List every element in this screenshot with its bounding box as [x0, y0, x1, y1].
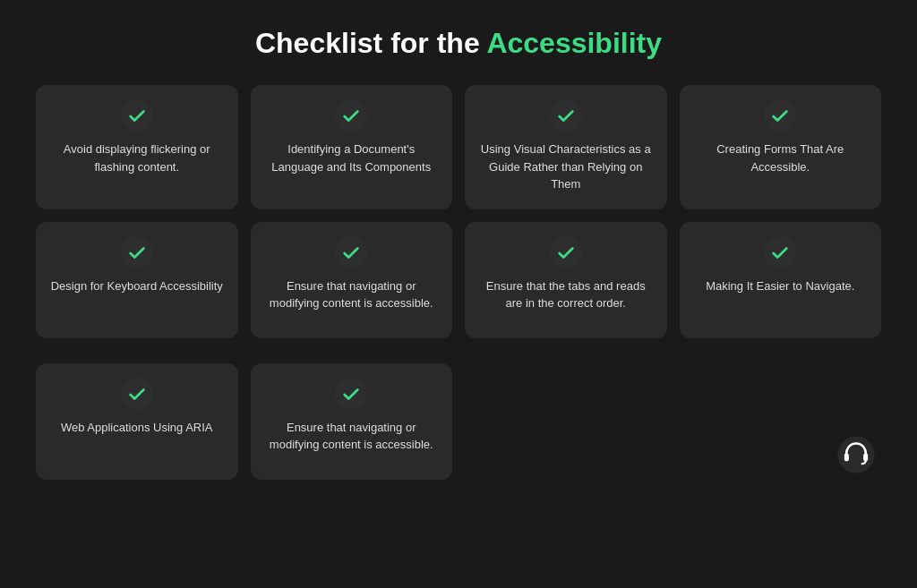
- card-text-navigating-content: Ensure that navigating or modifying cont…: [263, 277, 441, 312]
- card-keyboard-accessibility: Design for Keyboard Accessibility: [36, 222, 238, 338]
- svg-rect-1: [844, 453, 849, 461]
- card-text-visual-characteristics: Using Visual Characteristics as a Guide …: [477, 141, 655, 193]
- check-icon-2: [335, 99, 367, 132]
- check-icon-5: [121, 236, 153, 268]
- bottom-row: Web Applications Using ARIA Ensure that …: [36, 363, 881, 480]
- checklist-grid: Avoid displaying flickering or flashing …: [36, 85, 881, 351]
- card-tabs-order: Ensure that the tabs and reads are in th…: [465, 222, 667, 338]
- card-text-avoid-flickering: Avoid displaying flickering or flashing …: [48, 141, 226, 175]
- svg-point-0: [837, 436, 874, 473]
- page-title: Checklist for the Accessibility: [255, 27, 662, 60]
- card-navigating-content-2: Ensure that navigating or modifying cont…: [251, 363, 453, 480]
- check-icon-9: [121, 378, 153, 410]
- card-text-keyboard-accessibility: Design for Keyboard Accessibility: [51, 277, 223, 295]
- card-avoid-flickering: Avoid displaying flickering or flashing …: [36, 85, 238, 209]
- check-icon-10: [335, 378, 367, 410]
- card-text-tabs-order: Ensure that the tabs and reads are in th…: [477, 277, 655, 312]
- card-visual-characteristics: Using Visual Characteristics as a Guide …: [465, 85, 667, 209]
- logo-area: [680, 363, 882, 480]
- brand-logo: [836, 435, 876, 474]
- card-text-navigating-content-2: Ensure that navigating or modifying cont…: [263, 419, 441, 454]
- card-easier-navigate: Making It Easier to Navigate.: [680, 222, 882, 338]
- card-creating-forms: Creating Forms That Are Accessible.: [680, 85, 882, 209]
- card-text-easier-navigate: Making It Easier to Navigate.: [706, 277, 854, 295]
- check-icon-4: [764, 99, 796, 132]
- card-identifying-document: Identifying a Document's Language and It…: [251, 85, 453, 209]
- check-icon-6: [335, 236, 367, 268]
- check-icon-7: [550, 236, 582, 268]
- card-text-identifying-document: Identifying a Document's Language and It…: [263, 141, 441, 175]
- card-text-web-aria: Web Applications Using ARIA: [61, 419, 213, 437]
- spacer: [465, 363, 667, 480]
- check-icon-3: [550, 99, 582, 132]
- check-icon-1: [121, 99, 153, 132]
- card-web-aria: Web Applications Using ARIA: [36, 363, 238, 480]
- card-navigating-content: Ensure that navigating or modifying cont…: [251, 222, 453, 338]
- check-icon-8: [764, 236, 796, 268]
- card-text-creating-forms: Creating Forms That Are Accessible.: [692, 141, 870, 175]
